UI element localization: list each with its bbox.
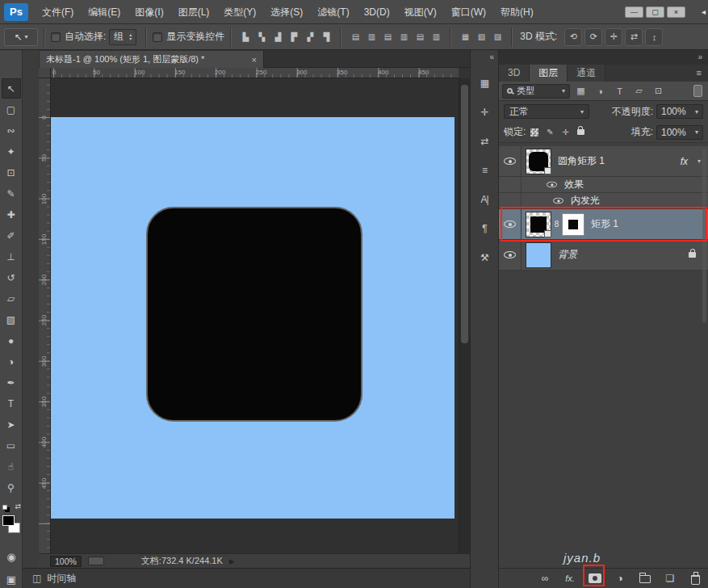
3d-roll-icon[interactable]: ⟳ xyxy=(584,28,602,46)
menu-file[interactable]: 文件(F) xyxy=(35,0,81,24)
clone-stamp-tool[interactable]: ⊥ xyxy=(2,246,21,267)
opacity-dropdown[interactable]: 100% ▾ xyxy=(656,104,703,119)
close-button[interactable]: × xyxy=(667,6,685,18)
zoom-level[interactable]: 100% xyxy=(50,556,82,567)
3d-slide-icon[interactable]: ⇄ xyxy=(625,28,643,46)
layer-name[interactable]: 矩形 1 xyxy=(591,217,618,231)
horizontal-ruler[interactable]: 0 50 100 150 200 250 300 350 400 450 xyxy=(51,68,459,78)
lock-image-pixels-button[interactable]: ✎ xyxy=(543,126,556,139)
lasso-tool[interactable]: ∾ xyxy=(2,120,21,141)
new-layer-button[interactable]: ❏ xyxy=(661,570,679,586)
distribute-right-icon[interactable]: ▥ xyxy=(428,29,444,45)
distribute-horizontal-centers-icon[interactable]: ▤ xyxy=(412,29,428,45)
character-panel-icon[interactable]: A| xyxy=(475,191,494,208)
align-vertical-centers-icon[interactable]: ▞ xyxy=(302,29,318,45)
filter-smart-objects-icon[interactable]: ⊡ xyxy=(650,84,667,99)
auto-select-checkbox[interactable] xyxy=(51,32,61,42)
visibility-eye-icon[interactable] xyxy=(504,220,516,228)
mask-link-icon[interactable]: 8 xyxy=(553,220,560,229)
path-selection-tool[interactable]: ➤ xyxy=(2,414,21,435)
layer-row-background[interactable]: 背景 xyxy=(499,240,708,271)
paragraph-panel-icon[interactable]: ¶ xyxy=(475,220,494,237)
distribute-vertical-centers-icon[interactable]: ▥ xyxy=(363,29,379,45)
vertical-ruler[interactable]: 0 50 100 150 200 250 300 350 400 450 xyxy=(39,78,51,553)
status-options-icon[interactable] xyxy=(88,556,104,565)
add-adjustment-layer-button[interactable]: ◑ xyxy=(611,570,629,586)
tab-close-icon[interactable]: × xyxy=(252,55,257,65)
timeline-tab[interactable]: 时间轴 xyxy=(47,572,76,586)
screen-mode-button[interactable]: ▣ xyxy=(0,573,23,586)
align-bottom-edges-icon[interactable]: ▜ xyxy=(318,29,334,45)
align-right-edges-icon[interactable]: ▟ xyxy=(270,29,286,45)
menu-3d[interactable]: 3D(D) xyxy=(357,0,397,24)
layer-thumbnail[interactable] xyxy=(526,212,551,237)
link-layers-button[interactable]: ∞ xyxy=(536,570,554,586)
move-tool[interactable]: ↖ xyxy=(2,78,21,99)
fill-dropdown[interactable]: 100% ▾ xyxy=(656,125,703,140)
quick-selection-tool[interactable]: ✦ xyxy=(2,141,21,162)
distribute-left-icon[interactable]: ▥ xyxy=(396,29,412,45)
properties-panel-icon[interactable]: ✛ xyxy=(475,103,494,121)
inner-glow-row[interactable]: 内发光 xyxy=(499,193,708,209)
minimize-button[interactable]: — xyxy=(625,6,643,18)
add-layer-style-button[interactable]: fx. xyxy=(561,570,579,586)
adjustments-panel-icon[interactable]: ≡ xyxy=(475,162,494,179)
scrollbar-thumb[interactable] xyxy=(461,85,468,343)
panel-scrollbar[interactable] xyxy=(702,149,706,323)
inner-glow-eye-icon[interactable] xyxy=(553,198,563,204)
brush-tool[interactable]: ✐ xyxy=(2,225,21,246)
layer-name[interactable]: 背景 xyxy=(558,248,577,262)
filter-adjustment-layers-icon[interactable]: ◑ xyxy=(592,84,609,99)
collapse-panels-icon[interactable]: » xyxy=(499,50,708,65)
menu-filter[interactable]: 滤镜(T) xyxy=(310,0,356,24)
collapse-effects-icon[interactable]: ▾ xyxy=(698,158,701,165)
clone-source-panel-icon[interactable]: ⇄ xyxy=(475,132,494,150)
new-group-button[interactable] xyxy=(636,570,654,586)
crop-tool[interactable]: ⊡ xyxy=(2,162,21,183)
gradient-tool[interactable]: ▧ xyxy=(2,309,21,330)
histogram-panel-icon[interactable]: ▦ xyxy=(475,74,494,92)
delete-layer-button[interactable] xyxy=(686,570,704,586)
fx-badge[interactable]: fx xyxy=(681,156,688,167)
layer-row-rounded-rect[interactable]: 圆角矩形 1 fx ▾ xyxy=(499,146,708,177)
menu-layer[interactable]: 图层(L) xyxy=(171,0,217,24)
align-left-edges-icon[interactable]: ▙ xyxy=(237,29,253,45)
lock-all-button[interactable] xyxy=(574,126,587,139)
filter-type-dropdown[interactable]: 类型 ▾ xyxy=(502,84,570,99)
tab-layers[interactable]: 图层 xyxy=(530,65,568,82)
visibility-eye-icon[interactable] xyxy=(504,158,516,165)
hand-tool[interactable]: ☝ xyxy=(2,456,21,477)
dodge-tool[interactable]: ◑ xyxy=(2,351,21,372)
document-vertical-scrollbar[interactable] xyxy=(459,78,470,553)
foreground-color-swatch[interactable] xyxy=(2,515,15,526)
menu-edit[interactable]: 编辑(E) xyxy=(81,0,128,24)
lock-position-button[interactable]: ✛ xyxy=(559,126,572,139)
show-transform-checkbox[interactable] xyxy=(153,32,162,42)
black-rounded-rectangle-shape[interactable] xyxy=(146,207,362,422)
menu-type[interactable]: 类型(Y) xyxy=(216,0,263,24)
background-layer-thumbnail[interactable] xyxy=(526,242,551,268)
filter-pixel-layers-icon[interactable]: ▦ xyxy=(572,84,589,99)
quick-mask-button[interactable]: ◉ xyxy=(0,551,23,563)
restore-button[interactable]: ▢ xyxy=(646,6,664,18)
canvas[interactable] xyxy=(51,117,455,519)
default-colors-icon[interactable] xyxy=(2,505,7,510)
layer-thumbnail[interactable] xyxy=(526,149,551,174)
history-brush-tool[interactable]: ↺ xyxy=(2,267,21,288)
tab-channels[interactable]: 通道 xyxy=(568,65,605,82)
layer-mask-thumbnail[interactable] xyxy=(562,213,584,236)
auto-align-option2-icon[interactable]: ▨ xyxy=(489,29,505,45)
distribute-bottom-icon[interactable]: ▤ xyxy=(379,29,396,45)
blur-tool[interactable]: ● xyxy=(2,330,21,351)
panel-menu-icon[interactable]: ≡ xyxy=(690,65,708,82)
eraser-tool[interactable]: ▱ xyxy=(2,288,21,309)
shape-tool[interactable]: ▭ xyxy=(2,435,21,456)
zoom-tool[interactable]: ⚲ xyxy=(2,477,21,498)
expand-panels-icon[interactable]: « xyxy=(471,50,498,63)
layer-row-rect[interactable]: 8 矩形 1 xyxy=(499,209,708,240)
menu-window[interactable]: 窗口(W) xyxy=(444,0,493,24)
3d-drag-icon[interactable]: ✛ xyxy=(605,28,622,46)
tool-presets-panel-icon[interactable]: ⚒ xyxy=(475,249,494,267)
lock-transparent-pixels-button[interactable] xyxy=(528,126,541,139)
auto-align-layers-icon[interactable]: ▦ xyxy=(457,29,473,45)
